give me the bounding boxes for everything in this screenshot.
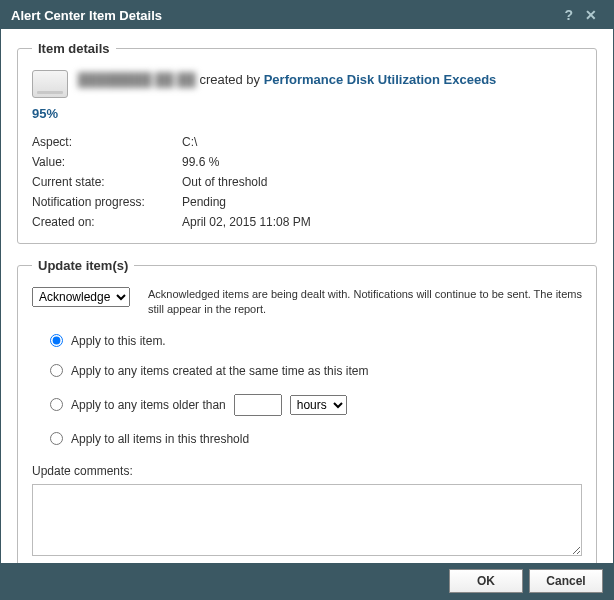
item-details-grid: Aspect: C:\ Value: 99.6 % Current state:…: [32, 135, 582, 229]
radio-same-time-input[interactable]: [50, 364, 63, 377]
update-items-legend: Update item(s): [32, 258, 134, 273]
drive-icon: [32, 70, 68, 98]
comments-label: Update comments:: [32, 464, 582, 478]
radio-older-than[interactable]: Apply to any items older than hours: [50, 394, 582, 416]
titlebar: Alert Center Item Details ? ✕: [1, 1, 613, 29]
radio-all-items-label: Apply to all items in this threshold: [71, 432, 249, 446]
apply-scope-radios: Apply to this item. Apply to any items c…: [32, 334, 582, 446]
comments-textarea[interactable]: [32, 484, 582, 556]
older-than-value-input[interactable]: [234, 394, 282, 416]
ok-button[interactable]: OK: [449, 569, 523, 593]
item-header: ████████ ██ ██ created by Performance Di…: [32, 70, 582, 98]
threshold-percent: 95%: [32, 106, 582, 121]
aspect-value: C:\: [182, 135, 582, 149]
item-headline: ████████ ██ ██ created by Performance Di…: [78, 70, 496, 90]
radio-same-time[interactable]: Apply to any items created at the same t…: [50, 364, 582, 378]
item-details-legend: Item details: [32, 41, 116, 56]
update-items-fieldset: Update item(s) Acknowledge Acknowledged …: [17, 258, 597, 563]
cancel-button[interactable]: Cancel: [529, 569, 603, 593]
radio-all-items-input[interactable]: [50, 432, 63, 445]
older-than-unit-select[interactable]: hours: [290, 395, 347, 415]
radio-older-than-label: Apply to any items older than: [71, 398, 226, 412]
radio-this-item-label: Apply to this item.: [71, 334, 166, 348]
dialog-footer: OK Cancel: [1, 563, 613, 599]
created-label: Created on:: [32, 215, 182, 229]
action-description: Acknowledged items are being dealt with.…: [148, 287, 582, 318]
value-label: Value:: [32, 155, 182, 169]
close-icon[interactable]: ✕: [579, 7, 603, 23]
dialog-title: Alert Center Item Details: [11, 8, 162, 23]
created-value: April 02, 2015 11:08 PM: [182, 215, 582, 229]
item-name-obscured: ████████ ██ ██: [78, 72, 196, 87]
created-by-label: created by: [199, 72, 260, 87]
radio-same-time-label: Apply to any items created at the same t…: [71, 364, 368, 378]
value-value: 99.6 %: [182, 155, 582, 169]
update-action-row: Acknowledge Acknowledged items are being…: [32, 287, 582, 318]
aspect-label: Aspect:: [32, 135, 182, 149]
radio-this-item-input[interactable]: [50, 334, 63, 347]
notify-value: Pending: [182, 195, 582, 209]
threshold-link[interactable]: Performance Disk Utilization Exceeds: [264, 72, 497, 87]
notify-label: Notification progress:: [32, 195, 182, 209]
item-details-fieldset: Item details ████████ ██ ██ created by P…: [17, 41, 597, 244]
state-label: Current state:: [32, 175, 182, 189]
radio-older-than-input[interactable]: [50, 398, 63, 411]
state-value: Out of threshold: [182, 175, 582, 189]
dialog-content: Item details ████████ ██ ██ created by P…: [1, 29, 613, 563]
action-select[interactable]: Acknowledge: [32, 287, 130, 307]
help-icon[interactable]: ?: [558, 7, 579, 23]
radio-this-item[interactable]: Apply to this item.: [50, 334, 582, 348]
alert-details-dialog: Alert Center Item Details ? ✕ Item detai…: [0, 0, 614, 600]
radio-all-items[interactable]: Apply to all items in this threshold: [50, 432, 582, 446]
